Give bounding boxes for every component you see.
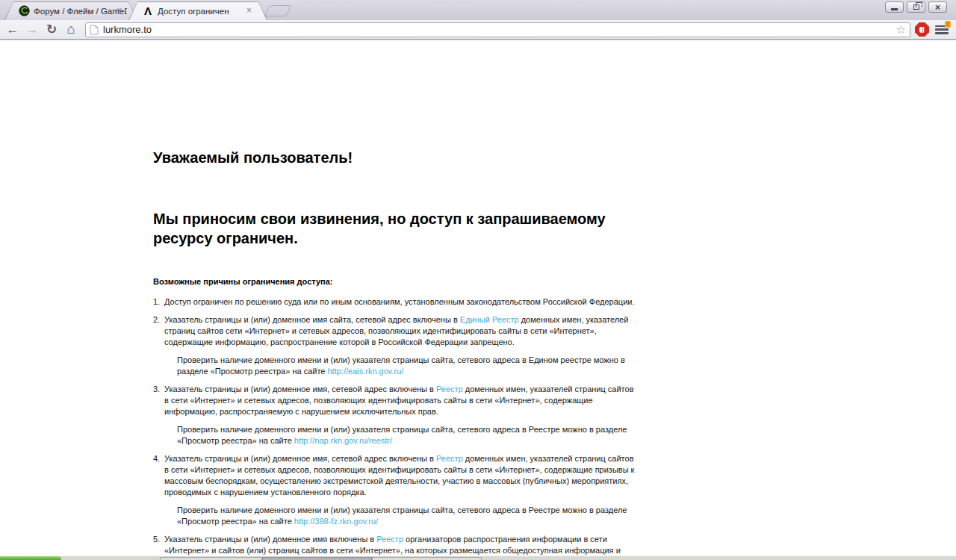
list-item-text: Указатель страницы и (или) доменное имя,… (164, 453, 638, 498)
list-item: 3. Указатель страницы и (или) доменное и… (153, 384, 651, 417)
list-item: 4. Указатель страницы и (или) доменное и… (153, 453, 651, 498)
check-note: Проверить наличие доменного имени и (или… (177, 355, 651, 377)
list-item-text: Указатель страницы и (или) доменное имя … (164, 534, 638, 556)
minimize-button[interactable] (885, 1, 904, 13)
window-controls: × (885, 1, 947, 13)
gamedev-favicon-icon (18, 5, 30, 17)
reasons-section: Возможные причины ограничения доступа: 1… (153, 276, 651, 556)
inline-link[interactable]: Реестр (436, 454, 463, 463)
inline-link[interactable]: http://nap.rkn.gov.ru/reestr/ (294, 436, 392, 445)
reload-icon[interactable]: ↻ (42, 22, 61, 37)
tab-close-icon[interactable]: × (244, 6, 254, 16)
list-item: 2. Указатель страницы и (или) доменное и… (153, 314, 651, 348)
close-icon: × (935, 3, 940, 12)
browser-toolbar: ← → ↻ ⌂ lurkmore.to ☆ ! (0, 20, 956, 40)
page-subtitle: Мы приносим свои извинения, но доступ к … (153, 209, 655, 248)
taskbar-button-active[interactable] (262, 557, 372, 560)
inline-link[interactable]: Реестр (436, 385, 463, 393)
list-item-text: Указатель страницы и (или) доменное имя,… (164, 384, 638, 417)
tab-title: Доступ ограничен (158, 7, 257, 16)
page-title: Уважаемый пользователь! (153, 149, 353, 167)
inline-link[interactable]: http://eais.rkn.gov.ru/ (328, 367, 404, 376)
restore-button[interactable] (907, 1, 925, 13)
tab-title: Форум / Флейм / GameDev.ru (34, 7, 127, 16)
stop-hand-icon (919, 27, 925, 33)
check-note: Проверить наличие доменного имени и (или… (177, 424, 651, 447)
browser-window: Форум / Флейм / GameDev.ru × Λ Доступ ог… (0, 0, 956, 560)
bookmark-star-icon[interactable]: ☆ (896, 24, 906, 35)
start-button[interactable] (0, 556, 61, 560)
tab-gamedev-forum[interactable]: Форум / Флейм / GameDev.ru × (4, 1, 137, 20)
tab-access-restricted[interactable]: Λ Доступ ограничен × (128, 1, 267, 20)
forward-icon[interactable]: → (22, 22, 42, 37)
windows-taskbar (0, 556, 956, 560)
list-item: 5. Указатель страницы и (или) доменное и… (153, 534, 651, 556)
list-item-text: Указатель страницы и (или) доменное имя … (164, 314, 638, 348)
back-icon[interactable]: ← (3, 22, 22, 37)
address-bar[interactable]: lurkmore.to ☆ (85, 22, 910, 37)
list-item-text: Доступ ограничен по решению суда или по … (164, 296, 638, 308)
check-note: Проверить наличие доменного имени и (или… (177, 505, 651, 527)
lurkmore-lambda-favicon-icon: Λ (142, 5, 154, 17)
inline-link[interactable]: Единый Реестр (460, 315, 519, 324)
update-notification-badge: ! (945, 21, 951, 28)
url-text[interactable]: lurkmore.to (103, 24, 896, 35)
inline-link[interactable]: Реестр (376, 535, 403, 544)
taskbar-button[interactable] (372, 557, 482, 560)
page-icon (90, 25, 99, 35)
tab-close-icon[interactable]: × (114, 6, 124, 16)
adblock-extension-icon[interactable] (915, 22, 929, 37)
tab-strip: Форум / Флейм / GameDev.ru × Λ Доступ ог… (0, 0, 956, 20)
browser-menu-button[interactable]: ! (935, 24, 949, 36)
taskbar-button[interactable] (160, 557, 262, 560)
page-content: Уважаемый пользователь! Мы приносим свои… (0, 40, 956, 556)
inline-link[interactable]: http://398-fz.rkn.gov.ru/ (294, 517, 378, 526)
close-button[interactable]: × (928, 1, 947, 13)
new-tab-button[interactable] (264, 5, 292, 16)
home-icon[interactable]: ⌂ (61, 22, 81, 37)
list-item: 1. Доступ ограничен по решению суда или … (153, 296, 651, 308)
reasons-title: Возможные причины ограничения доступа: (153, 276, 651, 287)
